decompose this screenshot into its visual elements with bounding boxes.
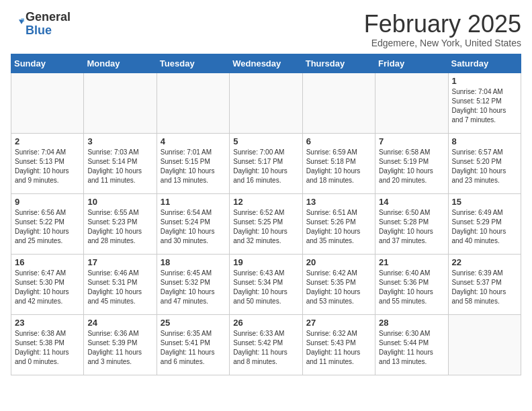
day-info: Sunrise: 6:30 AM Sunset: 5:44 PM Dayligh… <box>379 329 444 367</box>
day-info: Sunrise: 6:55 AM Sunset: 5:23 PM Dayligh… <box>87 208 152 246</box>
week-row-3: 9Sunrise: 6:56 AM Sunset: 5:22 PM Daylig… <box>11 193 521 254</box>
day-number: 14 <box>379 197 444 207</box>
day-info: Sunrise: 7:04 AM Sunset: 5:13 PM Dayligh… <box>15 148 80 185</box>
day-info: Sunrise: 6:56 AM Sunset: 5:22 PM Dayligh… <box>15 208 80 246</box>
calendar-cell: 4Sunrise: 7:01 AM Sunset: 5:15 PM Daylig… <box>157 133 229 193</box>
location-subtitle: Edgemere, New York, United States <box>364 38 521 48</box>
calendar-cell: 20Sunrise: 6:42 AM Sunset: 5:35 PM Dayli… <box>302 254 375 314</box>
day-number: 11 <box>161 197 226 207</box>
day-info: Sunrise: 6:51 AM Sunset: 5:26 PM Dayligh… <box>306 208 371 246</box>
logo: General Blue <box>11 11 71 38</box>
day-info: Sunrise: 6:35 AM Sunset: 5:41 PM Dayligh… <box>161 329 226 367</box>
calendar-cell: 19Sunrise: 6:43 AM Sunset: 5:34 PM Dayli… <box>230 254 302 314</box>
calendar-cell: 21Sunrise: 6:40 AM Sunset: 5:36 PM Dayli… <box>375 254 448 314</box>
week-row-4: 16Sunrise: 6:47 AM Sunset: 5:30 PM Dayli… <box>11 254 521 314</box>
calendar-cell: 9Sunrise: 6:56 AM Sunset: 5:22 PM Daylig… <box>11 193 84 254</box>
calendar-cell: 13Sunrise: 6:51 AM Sunset: 5:26 PM Dayli… <box>302 193 375 254</box>
day-number: 10 <box>87 197 152 207</box>
calendar-cell <box>157 73 229 133</box>
calendar-table: SundayMondayTuesdayWednesdayThursdayFrid… <box>11 54 521 375</box>
day-number: 27 <box>306 318 371 328</box>
calendar-cell: 14Sunrise: 6:50 AM Sunset: 5:28 PM Dayli… <box>375 193 448 254</box>
day-header-monday: Monday <box>84 54 157 73</box>
day-number: 22 <box>452 257 517 267</box>
calendar-cell: 1Sunrise: 7:04 AM Sunset: 5:12 PM Daylig… <box>448 73 521 133</box>
day-number: 19 <box>233 257 298 267</box>
calendar-cell: 18Sunrise: 6:45 AM Sunset: 5:32 PM Dayli… <box>157 254 229 314</box>
day-number: 7 <box>379 136 444 146</box>
calendar-cell: 3Sunrise: 7:03 AM Sunset: 5:14 PM Daylig… <box>84 133 157 193</box>
day-number: 21 <box>379 257 444 267</box>
day-info: Sunrise: 6:36 AM Sunset: 5:39 PM Dayligh… <box>87 329 152 367</box>
calendar-cell <box>448 314 521 375</box>
calendar-cell: 23Sunrise: 6:38 AM Sunset: 5:38 PM Dayli… <box>11 314 84 375</box>
day-header-tuesday: Tuesday <box>157 54 229 73</box>
day-info: Sunrise: 6:57 AM Sunset: 5:20 PM Dayligh… <box>452 148 517 185</box>
day-info: Sunrise: 6:32 AM Sunset: 5:43 PM Dayligh… <box>306 329 371 367</box>
day-info: Sunrise: 6:40 AM Sunset: 5:36 PM Dayligh… <box>379 269 444 306</box>
page-header: General Blue February 2025 Edgemere, New… <box>11 11 521 48</box>
calendar-cell: 15Sunrise: 6:49 AM Sunset: 5:29 PM Dayli… <box>448 193 521 254</box>
day-info: Sunrise: 6:52 AM Sunset: 5:25 PM Dayligh… <box>233 208 298 246</box>
day-number: 20 <box>306 257 371 267</box>
day-header-saturday: Saturday <box>448 54 521 73</box>
day-info: Sunrise: 6:58 AM Sunset: 5:19 PM Dayligh… <box>379 148 444 185</box>
day-header-sunday: Sunday <box>11 54 84 73</box>
day-number: 16 <box>15 257 80 267</box>
day-info: Sunrise: 6:33 AM Sunset: 5:42 PM Dayligh… <box>233 329 298 367</box>
day-info: Sunrise: 6:43 AM Sunset: 5:34 PM Dayligh… <box>233 269 298 306</box>
day-number: 23 <box>15 318 80 328</box>
logo-icon <box>11 16 24 30</box>
calendar-cell: 17Sunrise: 6:46 AM Sunset: 5:31 PM Dayli… <box>84 254 157 314</box>
day-number: 6 <box>306 136 371 146</box>
calendar-cell: 27Sunrise: 6:32 AM Sunset: 5:43 PM Dayli… <box>302 314 375 375</box>
calendar-cell: 16Sunrise: 6:47 AM Sunset: 5:30 PM Dayli… <box>11 254 84 314</box>
day-number: 5 <box>233 136 298 146</box>
day-number: 4 <box>161 136 226 146</box>
week-row-5: 23Sunrise: 6:38 AM Sunset: 5:38 PM Dayli… <box>11 314 521 375</box>
day-number: 8 <box>452 136 517 146</box>
day-info: Sunrise: 6:59 AM Sunset: 5:18 PM Dayligh… <box>306 148 371 185</box>
day-number: 24 <box>87 318 152 328</box>
day-number: 9 <box>15 197 80 207</box>
day-info: Sunrise: 7:00 AM Sunset: 5:17 PM Dayligh… <box>233 148 298 185</box>
day-number: 3 <box>87 136 152 146</box>
day-info: Sunrise: 7:01 AM Sunset: 5:15 PM Dayligh… <box>161 148 226 185</box>
day-number: 2 <box>15 136 80 146</box>
day-number: 1 <box>452 76 517 86</box>
calendar-cell: 6Sunrise: 6:59 AM Sunset: 5:18 PM Daylig… <box>302 133 375 193</box>
calendar-cell: 22Sunrise: 6:39 AM Sunset: 5:37 PM Dayli… <box>448 254 521 314</box>
calendar-cell <box>302 73 375 133</box>
day-header-friday: Friday <box>375 54 448 73</box>
day-info: Sunrise: 6:38 AM Sunset: 5:38 PM Dayligh… <box>15 329 80 367</box>
day-number: 26 <box>233 318 298 328</box>
day-info: Sunrise: 6:50 AM Sunset: 5:28 PM Dayligh… <box>379 208 444 246</box>
calendar-cell <box>230 73 302 133</box>
calendar-cell: 7Sunrise: 6:58 AM Sunset: 5:19 PM Daylig… <box>375 133 448 193</box>
day-info: Sunrise: 6:49 AM Sunset: 5:29 PM Dayligh… <box>452 208 517 246</box>
week-row-1: 1Sunrise: 7:04 AM Sunset: 5:12 PM Daylig… <box>11 73 521 133</box>
day-info: Sunrise: 6:47 AM Sunset: 5:30 PM Dayligh… <box>15 269 80 306</box>
day-header-thursday: Thursday <box>302 54 375 73</box>
month-title: February 2025 <box>364 11 521 38</box>
day-info: Sunrise: 7:04 AM Sunset: 5:12 PM Dayligh… <box>452 87 517 125</box>
title-block: February 2025 Edgemere, New York, United… <box>364 11 521 48</box>
logo-text: General Blue <box>26 11 71 38</box>
calendar-cell: 25Sunrise: 6:35 AM Sunset: 5:41 PM Dayli… <box>157 314 229 375</box>
calendar-cell: 11Sunrise: 6:54 AM Sunset: 5:24 PM Dayli… <box>157 193 229 254</box>
calendar-cell: 2Sunrise: 7:04 AM Sunset: 5:13 PM Daylig… <box>11 133 84 193</box>
day-number: 18 <box>161 257 226 267</box>
day-number: 13 <box>306 197 371 207</box>
day-number: 15 <box>452 197 517 207</box>
day-number: 28 <box>379 318 444 328</box>
day-info: Sunrise: 6:39 AM Sunset: 5:37 PM Dayligh… <box>452 269 517 306</box>
calendar-cell: 28Sunrise: 6:30 AM Sunset: 5:44 PM Dayli… <box>375 314 448 375</box>
calendar-cell: 8Sunrise: 6:57 AM Sunset: 5:20 PM Daylig… <box>448 133 521 193</box>
days-header-row: SundayMondayTuesdayWednesdayThursdayFrid… <box>11 54 521 73</box>
calendar-cell: 10Sunrise: 6:55 AM Sunset: 5:23 PM Dayli… <box>84 193 157 254</box>
day-info: Sunrise: 7:03 AM Sunset: 5:14 PM Dayligh… <box>87 148 152 185</box>
day-info: Sunrise: 6:42 AM Sunset: 5:35 PM Dayligh… <box>306 269 371 306</box>
calendar-cell <box>375 73 448 133</box>
day-number: 25 <box>161 318 226 328</box>
calendar-cell: 5Sunrise: 7:00 AM Sunset: 5:17 PM Daylig… <box>230 133 302 193</box>
